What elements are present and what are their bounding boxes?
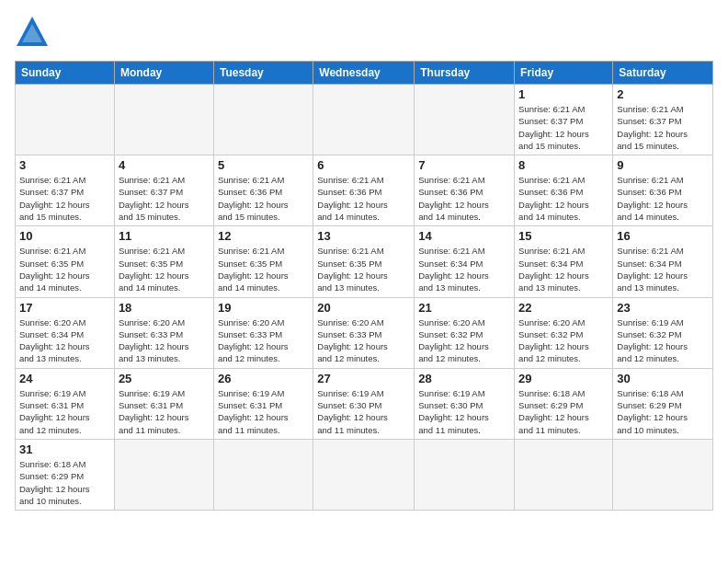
day-info: Sunrise: 6:19 AM Sunset: 6:31 PM Dayligh… <box>218 387 309 436</box>
calendar-day-cell: 5Sunrise: 6:21 AM Sunset: 6:36 PM Daylig… <box>213 155 313 226</box>
calendar-day-cell: 12Sunrise: 6:21 AM Sunset: 6:35 PM Dayli… <box>213 226 313 297</box>
weekday-header-sunday: Sunday <box>16 62 115 85</box>
day-info: Sunrise: 6:21 AM Sunset: 6:37 PM Dayligh… <box>617 103 709 152</box>
day-info: Sunrise: 6:20 AM Sunset: 6:34 PM Dayligh… <box>19 316 110 365</box>
day-number: 24 <box>19 372 110 385</box>
day-info: Sunrise: 6:20 AM Sunset: 6:33 PM Dayligh… <box>218 316 309 365</box>
day-number: 27 <box>317 372 410 385</box>
calendar-day-cell <box>213 439 313 510</box>
calendar-day-cell: 25Sunrise: 6:19 AM Sunset: 6:31 PM Dayli… <box>114 368 213 439</box>
day-number: 8 <box>518 158 609 172</box>
day-number: 10 <box>19 229 110 243</box>
day-info: Sunrise: 6:20 AM Sunset: 6:33 PM Dayligh… <box>119 316 210 365</box>
day-number: 9 <box>617 158 709 172</box>
day-number: 3 <box>19 158 110 172</box>
day-info: Sunrise: 6:21 AM Sunset: 6:36 PM Dayligh… <box>617 174 709 223</box>
calendar-day-cell: 28Sunrise: 6:19 AM Sunset: 6:30 PM Dayli… <box>415 368 515 439</box>
weekday-header-row: SundayMondayTuesdayWednesdayThursdayFrid… <box>16 62 713 85</box>
day-number: 4 <box>119 158 210 172</box>
calendar-day-cell: 23Sunrise: 6:19 AM Sunset: 6:32 PM Dayli… <box>613 297 713 368</box>
weekday-header-friday: Friday <box>515 62 613 85</box>
calendar-day-cell: 17Sunrise: 6:20 AM Sunset: 6:34 PM Dayli… <box>16 297 115 368</box>
day-info: Sunrise: 6:21 AM Sunset: 6:36 PM Dayligh… <box>518 174 609 223</box>
day-number: 5 <box>218 158 309 172</box>
day-info: Sunrise: 6:19 AM Sunset: 6:32 PM Dayligh… <box>617 316 709 365</box>
calendar-day-cell <box>313 439 415 510</box>
day-number: 21 <box>418 301 510 315</box>
calendar-week-row: 10Sunrise: 6:21 AM Sunset: 6:35 PM Dayli… <box>16 226 713 297</box>
calendar-day-cell: 24Sunrise: 6:19 AM Sunset: 6:31 PM Dayli… <box>16 368 115 439</box>
day-info: Sunrise: 6:21 AM Sunset: 6:35 PM Dayligh… <box>218 245 309 293</box>
weekday-header-saturday: Saturday <box>613 62 713 85</box>
day-info: Sunrise: 6:21 AM Sunset: 6:35 PM Dayligh… <box>19 245 110 293</box>
day-info: Sunrise: 6:20 AM Sunset: 6:32 PM Dayligh… <box>418 316 510 365</box>
calendar-day-cell <box>313 85 415 155</box>
day-info: Sunrise: 6:21 AM Sunset: 6:34 PM Dayligh… <box>617 245 709 293</box>
weekday-header-tuesday: Tuesday <box>213 62 313 85</box>
day-info: Sunrise: 6:21 AM Sunset: 6:37 PM Dayligh… <box>518 103 609 152</box>
calendar-day-cell: 11Sunrise: 6:21 AM Sunset: 6:35 PM Dayli… <box>114 226 213 297</box>
calendar-day-cell: 4Sunrise: 6:21 AM Sunset: 6:37 PM Daylig… <box>114 155 213 226</box>
day-info: Sunrise: 6:21 AM Sunset: 6:36 PM Dayligh… <box>418 174 510 223</box>
calendar-week-row: 3Sunrise: 6:21 AM Sunset: 6:37 PM Daylig… <box>16 155 713 226</box>
day-number: 14 <box>418 229 510 243</box>
day-info: Sunrise: 6:19 AM Sunset: 6:31 PM Dayligh… <box>19 387 110 436</box>
day-info: Sunrise: 6:18 AM Sunset: 6:29 PM Dayligh… <box>518 387 609 436</box>
day-info: Sunrise: 6:21 AM Sunset: 6:36 PM Dayligh… <box>218 174 309 223</box>
day-info: Sunrise: 6:21 AM Sunset: 6:34 PM Dayligh… <box>418 245 510 293</box>
day-number: 31 <box>19 442 110 456</box>
weekday-header-thursday: Thursday <box>415 62 515 85</box>
day-info: Sunrise: 6:21 AM Sunset: 6:37 PM Dayligh… <box>19 174 110 223</box>
day-number: 20 <box>317 301 410 315</box>
day-number: 30 <box>617 372 709 385</box>
calendar-day-cell <box>16 85 115 155</box>
day-number: 23 <box>617 301 709 315</box>
day-number: 18 <box>119 301 210 315</box>
calendar-day-cell: 14Sunrise: 6:21 AM Sunset: 6:34 PM Dayli… <box>415 226 515 297</box>
calendar-day-cell: 8Sunrise: 6:21 AM Sunset: 6:36 PM Daylig… <box>515 155 613 226</box>
day-info: Sunrise: 6:21 AM Sunset: 6:37 PM Dayligh… <box>119 174 210 223</box>
day-number: 28 <box>418 372 510 385</box>
calendar-day-cell: 16Sunrise: 6:21 AM Sunset: 6:34 PM Dayli… <box>613 226 713 297</box>
calendar-day-cell <box>114 85 213 155</box>
day-info: Sunrise: 6:21 AM Sunset: 6:34 PM Dayligh… <box>518 245 609 293</box>
day-number: 2 <box>617 87 709 101</box>
calendar-day-cell: 29Sunrise: 6:18 AM Sunset: 6:29 PM Dayli… <box>515 368 613 439</box>
calendar-day-cell <box>213 85 313 155</box>
calendar-day-cell <box>415 439 515 510</box>
calendar-day-cell: 22Sunrise: 6:20 AM Sunset: 6:32 PM Dayli… <box>515 297 613 368</box>
calendar-day-cell <box>415 85 515 155</box>
day-number: 25 <box>119 372 210 385</box>
day-number: 22 <box>518 301 609 315</box>
calendar-day-cell: 2Sunrise: 6:21 AM Sunset: 6:37 PM Daylig… <box>613 85 713 155</box>
calendar-day-cell: 20Sunrise: 6:20 AM Sunset: 6:33 PM Dayli… <box>313 297 415 368</box>
day-number: 26 <box>218 372 309 385</box>
calendar-day-cell: 13Sunrise: 6:21 AM Sunset: 6:35 PM Dayli… <box>313 226 415 297</box>
calendar-day-cell: 26Sunrise: 6:19 AM Sunset: 6:31 PM Dayli… <box>213 368 313 439</box>
calendar-day-cell: 7Sunrise: 6:21 AM Sunset: 6:36 PM Daylig… <box>415 155 515 226</box>
day-info: Sunrise: 6:21 AM Sunset: 6:35 PM Dayligh… <box>317 245 410 293</box>
day-number: 13 <box>317 229 410 243</box>
calendar-week-row: 1Sunrise: 6:21 AM Sunset: 6:37 PM Daylig… <box>16 85 713 155</box>
calendar-week-row: 24Sunrise: 6:19 AM Sunset: 6:31 PM Dayli… <box>16 368 713 439</box>
calendar-day-cell: 30Sunrise: 6:18 AM Sunset: 6:29 PM Dayli… <box>613 368 713 439</box>
calendar-day-cell: 18Sunrise: 6:20 AM Sunset: 6:33 PM Dayli… <box>114 297 213 368</box>
day-number: 1 <box>518 87 609 101</box>
calendar-day-cell: 31Sunrise: 6:18 AM Sunset: 6:29 PM Dayli… <box>16 439 115 510</box>
calendar-table: SundayMondayTuesdayWednesdayThursdayFrid… <box>15 61 713 511</box>
calendar-day-cell <box>515 439 613 510</box>
day-number: 17 <box>19 301 110 315</box>
calendar-day-cell: 6Sunrise: 6:21 AM Sunset: 6:36 PM Daylig… <box>313 155 415 226</box>
logo-icon <box>15 15 50 53</box>
calendar-day-cell: 21Sunrise: 6:20 AM Sunset: 6:32 PM Dayli… <box>415 297 515 368</box>
day-info: Sunrise: 6:21 AM Sunset: 6:36 PM Dayligh… <box>317 174 410 223</box>
day-info: Sunrise: 6:20 AM Sunset: 6:32 PM Dayligh… <box>518 316 609 365</box>
calendar-day-cell: 9Sunrise: 6:21 AM Sunset: 6:36 PM Daylig… <box>613 155 713 226</box>
calendar-day-cell <box>114 439 213 510</box>
day-number: 7 <box>418 158 510 172</box>
calendar-day-cell: 10Sunrise: 6:21 AM Sunset: 6:35 PM Dayli… <box>16 226 115 297</box>
day-info: Sunrise: 6:20 AM Sunset: 6:33 PM Dayligh… <box>317 316 410 365</box>
day-info: Sunrise: 6:19 AM Sunset: 6:30 PM Dayligh… <box>418 387 510 436</box>
calendar-day-cell: 15Sunrise: 6:21 AM Sunset: 6:34 PM Dayli… <box>515 226 613 297</box>
calendar-day-cell: 27Sunrise: 6:19 AM Sunset: 6:30 PM Dayli… <box>313 368 415 439</box>
